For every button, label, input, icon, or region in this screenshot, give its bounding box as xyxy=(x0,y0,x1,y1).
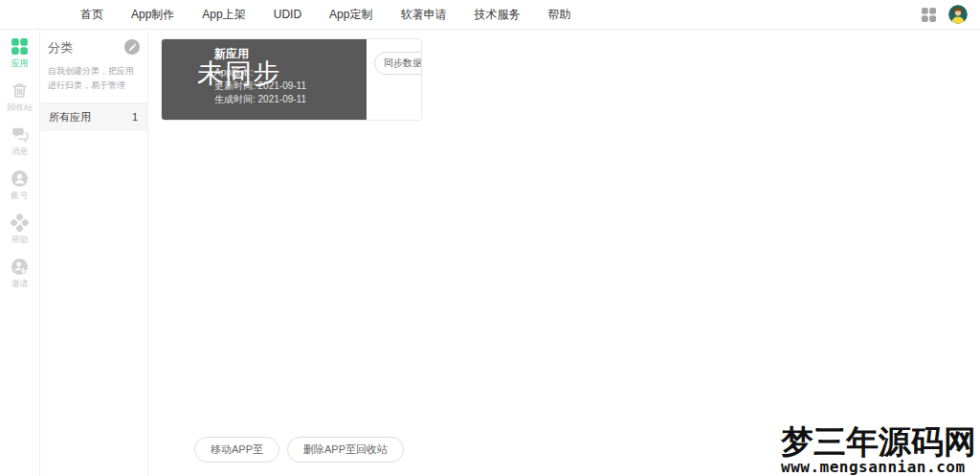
sidebar-item-apps[interactable]: 应用 xyxy=(0,37,39,70)
sync-status-overlay: 未同步 xyxy=(197,56,280,92)
sidebar-label: 帮助 xyxy=(11,234,29,246)
user-avatar[interactable] xyxy=(948,5,968,24)
sidebar-label: 消息 xyxy=(11,146,29,158)
watermark: 梦三年源码网 www.mengsannian.com xyxy=(781,424,976,475)
app-card-info-overlay: 新应用 App版本: 更新时间: 2021-09-11 生成时间: 2021-0… xyxy=(162,39,367,120)
nav-item-copyright[interactable]: 软著申请 xyxy=(400,7,446,23)
left-icon-sidebar: 应用 回收站 消息 xyxy=(0,30,40,476)
nav-item-app-custom[interactable]: App定制 xyxy=(329,7,372,23)
category-item-count: 1 xyxy=(132,111,138,123)
chat-icon xyxy=(11,125,29,144)
category-title: 分类 xyxy=(48,39,73,57)
watermark-site-url: www.mengsannian.com xyxy=(781,459,976,475)
sidebar-item-account[interactable]: 账号 xyxy=(0,170,39,202)
sidebar-item-recycle-bin[interactable]: 回收站 xyxy=(0,81,39,114)
category-item-all-apps[interactable]: 所有应用 1 xyxy=(40,102,147,131)
nav-item-app-make[interactable]: App制作 xyxy=(131,7,174,23)
topbar-right-icons xyxy=(921,5,968,24)
nav-item-app-publish[interactable]: App上架 xyxy=(202,7,245,23)
nav-item-home[interactable]: 首页 xyxy=(80,7,103,23)
category-panel-header: 分类 xyxy=(48,39,140,57)
clover-apps-icon xyxy=(11,37,29,56)
user-invite-icon xyxy=(11,258,29,276)
nav-item-udid[interactable]: UDID xyxy=(274,8,301,21)
clover-help-icon xyxy=(11,214,29,232)
page-content: 应用 回收站 消息 xyxy=(0,30,980,476)
sidebar-label: 账号 xyxy=(11,190,29,202)
sidebar-item-help[interactable]: 帮助 xyxy=(0,214,39,246)
app-card-actions: 同步数据 xyxy=(367,39,421,120)
top-navigation-bar: 首页 App制作 App上架 UDID App定制 软著申请 技术服务 帮助 xyxy=(0,0,980,30)
sidebar-label: 邀请 xyxy=(11,278,29,290)
edit-category-button[interactable] xyxy=(124,39,140,55)
nav-item-tech-service[interactable]: 技术服务 xyxy=(474,7,520,23)
nav-item-help[interactable]: 帮助 xyxy=(547,7,570,23)
sidebar-label: 回收站 xyxy=(7,102,33,114)
trash-icon xyxy=(11,81,29,100)
apps-grid-icon[interactable] xyxy=(921,7,937,23)
top-nav-menu: 首页 App制作 App上架 UDID App定制 软著申请 技术服务 帮助 xyxy=(80,0,570,29)
category-panel: 分类 自我创建分类，把应用进行归类，易于管理 所有应用 1 xyxy=(40,30,148,476)
sidebar-item-messages[interactable]: 消息 xyxy=(0,125,39,158)
delete-app-button[interactable]: 删除APP至回收站 xyxy=(287,437,404,463)
category-item-label: 所有应用 xyxy=(49,110,91,125)
user-account-icon xyxy=(11,170,29,188)
main-content: 新应用 App版本: 更新时间: 2021-09-11 生成时间: 2021-0… xyxy=(148,30,980,476)
watermark-site-name: 梦三年源码网 xyxy=(781,424,976,459)
pencil-icon xyxy=(128,43,137,52)
sidebar-item-invite[interactable]: 邀请 xyxy=(0,258,39,290)
app-generated-line: 生成时间: 2021-09-11 xyxy=(214,93,367,106)
sidebar-label: 应用 xyxy=(11,57,29,70)
move-app-button[interactable]: 移动APP至 xyxy=(194,437,279,463)
app-card[interactable]: 新应用 App版本: 更新时间: 2021-09-11 生成时间: 2021-0… xyxy=(161,38,422,121)
footer-action-buttons: 移动APP至 删除APP至回收站 xyxy=(194,437,404,463)
sync-data-button[interactable]: 同步数据 xyxy=(374,52,422,75)
category-list: 所有应用 1 xyxy=(40,102,147,131)
category-description: 自我创建分类，把应用进行归类，易于管理 xyxy=(48,64,140,93)
